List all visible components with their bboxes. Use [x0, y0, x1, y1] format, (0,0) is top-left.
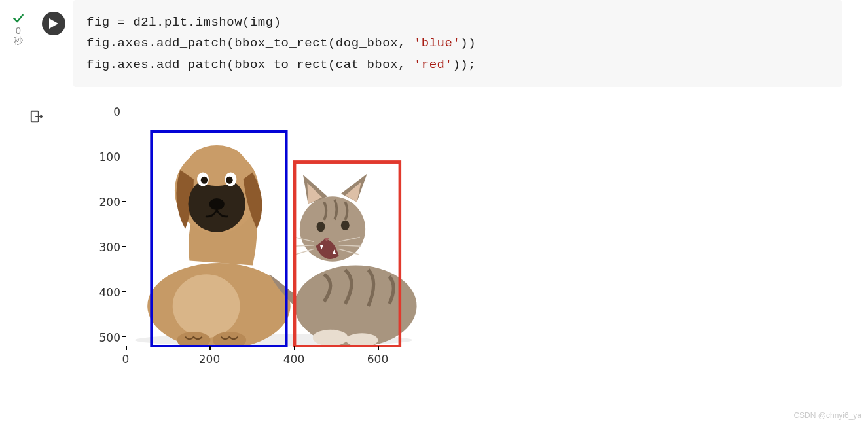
code-editor[interactable]: fig = d2l.plt.imshow(img) fig.axes.add_p…: [73, 0, 842, 87]
xtick-label: 600: [365, 353, 391, 366]
ytick-label: 200: [94, 196, 120, 209]
dog-bbox: [152, 132, 287, 347]
watermark: CSDN @chnyi6_ya: [793, 411, 861, 420]
svg-marker-0: [49, 18, 58, 29]
plot-output: 0 100 200 300 400 500 0 200 400 600: [73, 103, 440, 384]
play-icon: [49, 18, 58, 29]
output-row: 0 100 200 300 400 500 0 200 400 600: [0, 103, 868, 384]
ytick: [122, 156, 126, 157]
xtick-label: 200: [196, 353, 223, 366]
ytick: [122, 111, 126, 112]
xtick: [378, 346, 379, 350]
xtick: [126, 346, 127, 350]
cat-bbox: [295, 162, 400, 346]
plot-axes: [126, 111, 420, 346]
ytick-label: 500: [94, 331, 120, 344]
xtick: [294, 346, 295, 350]
xtick-label: 0: [113, 353, 139, 366]
xtick-label: 400: [281, 353, 307, 366]
check-icon: [12, 12, 25, 25]
run-button[interactable]: [42, 12, 65, 35]
bbox-overlay: [126, 111, 421, 347]
ytick: [122, 291, 126, 292]
exec-time-num: 0: [14, 26, 23, 36]
ytick-label: 0: [94, 105, 120, 118]
ytick: [122, 201, 126, 202]
ytick-label: 100: [94, 150, 120, 164]
code-line-3: fig.axes.add_patch(bbox_to_rect(cat_bbox…: [86, 58, 476, 72]
code-line-1: fig = d2l.plt.imshow(img): [86, 15, 281, 29]
exec-time: 0 秒: [14, 26, 23, 46]
cell-gutter: 0 秒: [0, 0, 37, 46]
code-cell: 0 秒 fig = d2l.plt.imshow(img) fig.axes.a…: [0, 0, 868, 87]
ytick: [122, 336, 126, 338]
exec-time-unit: 秒: [14, 36, 23, 46]
output-icon: [29, 109, 44, 124]
xtick: [209, 346, 211, 350]
code-line-2: fig.axes.add_patch(bbox_to_rect(dog_bbox…: [86, 36, 476, 50]
ytick: [122, 246, 126, 247]
ytick-label: 300: [94, 241, 120, 254]
output-gutter: [0, 103, 73, 124]
ytick-label: 400: [94, 286, 120, 299]
